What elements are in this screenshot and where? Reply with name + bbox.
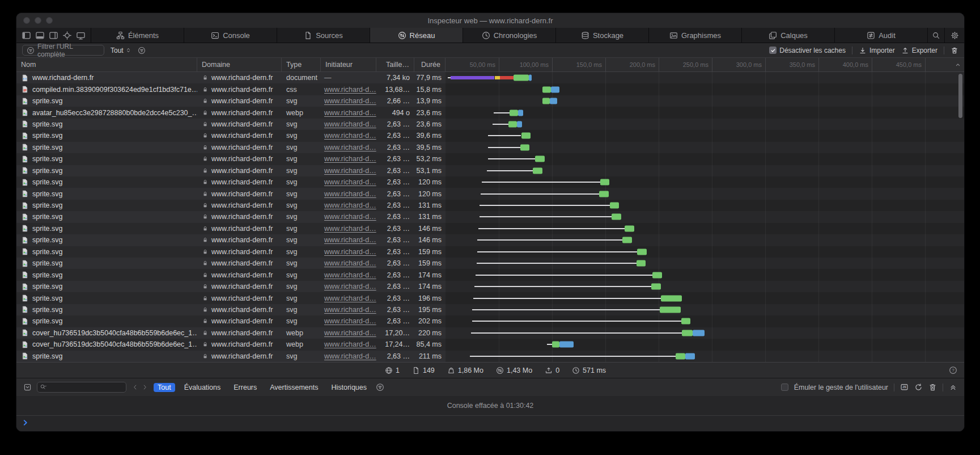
tab-reseau[interactable]: Réseau (370, 28, 463, 43)
network-request-row[interactable]: sprite.svgwww.richard-dern.frsvgwww.rich… (16, 176, 964, 188)
scroll-up-chevron-icon[interactable] (954, 61, 962, 69)
request-initiator-link[interactable]: www.richard-d… (324, 225, 376, 233)
network-request-row[interactable]: sprite.svgwww.richard-dern.frsvgwww.rich… (16, 258, 964, 269)
network-request-row[interactable]: sprite.svgwww.richard-dern.frsvgwww.rich… (16, 234, 964, 246)
dock-left-button[interactable] (22, 31, 31, 40)
network-request-row[interactable]: sprite.svgwww.richard-dern.frsvgwww.rich… (16, 269, 964, 280)
network-request-row[interactable]: sprite.svgwww.richard-dern.frsvgwww.rich… (16, 211, 964, 222)
other-filters-button[interactable] (138, 47, 146, 54)
network-request-row[interactable]: sprite.svgwww.richard-dern.frsvgwww.rich… (16, 304, 964, 315)
console-scope-evaluations[interactable]: Évaluations (180, 383, 225, 392)
request-initiator-link[interactable]: www.richard-d… (324, 144, 376, 151)
request-initiator-link[interactable]: www.richard-d… (324, 236, 376, 244)
zoom-window-button[interactable] (46, 17, 53, 24)
network-request-row[interactable]: www.richard-dern.frwww.richard-dern.frdo… (16, 72, 964, 83)
emulate-gesture-checkbox[interactable] (781, 384, 788, 391)
request-initiator-link[interactable]: www.richard-d… (324, 213, 376, 221)
request-initiator-link[interactable]: www.richard-d… (324, 109, 376, 117)
help-button[interactable]: ? (949, 366, 957, 374)
reload-icon[interactable] (914, 383, 923, 391)
network-request-row[interactable]: sprite.svgwww.richard-dern.frsvgwww.rich… (16, 188, 964, 199)
tab-audit[interactable]: Audit (835, 28, 928, 43)
request-initiator-link[interactable]: www.richard-d… (324, 167, 376, 175)
settings-button[interactable] (945, 28, 964, 43)
expand-console-icon[interactable] (949, 383, 957, 391)
request-initiator-link[interactable]: www.richard-d… (324, 259, 376, 267)
request-initiator-link[interactable]: www.richard-d… (324, 178, 376, 186)
export-button[interactable]: Exporter (901, 47, 937, 54)
dock-bottom-button[interactable] (35, 31, 45, 40)
tab-calques[interactable]: Calques (742, 28, 835, 43)
column-header-dure[interactable]: Durée (414, 58, 446, 71)
tab-sources[interactable]: Sources (277, 28, 370, 43)
tab-stockage[interactable]: Stockage (556, 28, 649, 43)
request-initiator-link[interactable]: www.richard-d… (324, 306, 376, 314)
request-initiator-link[interactable]: www.richard-d… (324, 201, 376, 209)
request-initiator-link[interactable]: www.richard-d… (324, 340, 376, 348)
network-request-row[interactable]: sprite.svgwww.richard-dern.frsvgwww.rich… (16, 165, 964, 176)
close-window-button[interactable] (23, 17, 30, 24)
column-header-type[interactable]: Type (282, 58, 321, 71)
network-request-row[interactable]: sprite.svgwww.richard-dern.frsvgwww.rich… (16, 315, 964, 327)
request-initiator-link[interactable]: www.richard-d… (324, 155, 376, 163)
network-request-row[interactable]: sprite.svgwww.richard-dern.frsvgwww.rich… (16, 351, 964, 362)
network-request-row[interactable]: cover_hu736519dc3b5040cfa48b6b559b6de6ec… (16, 339, 964, 350)
request-initiator-link[interactable]: www.richard-d… (324, 271, 376, 279)
import-button[interactable]: Importer (859, 47, 895, 54)
tab-graphismes[interactable]: Graphismes (649, 28, 742, 43)
network-request-row[interactable]: compiled.min.38390909f303624ed9e1cf1bd3f… (16, 83, 964, 95)
tab-elements[interactable]: Éléments (91, 28, 184, 43)
network-request-row[interactable]: sprite.svgwww.richard-dern.frsvgwww.rich… (16, 246, 964, 258)
network-request-row[interactable]: sprite.svgwww.richard-dern.frsvgwww.rich… (16, 223, 964, 234)
request-initiator-link[interactable]: www.richard-d… (324, 329, 376, 337)
dock-right-button[interactable] (49, 31, 58, 40)
clear-network-items-button[interactable] (951, 47, 958, 54)
request-initiator-link[interactable]: www.richard-d… (324, 352, 376, 360)
network-request-row[interactable]: sprite.svgwww.richard-dern.frsvgwww.rich… (16, 153, 964, 165)
minimize-window-button[interactable] (35, 17, 41, 24)
console-mode-button[interactable] (23, 383, 32, 391)
request-initiator-link[interactable]: www.richard-d… (324, 132, 376, 140)
column-header-domaine[interactable]: Domaine (197, 58, 282, 71)
console-scope-erreurs[interactable]: Erreurs (230, 383, 261, 392)
search-tab-button[interactable] (928, 28, 945, 43)
element-picker-button[interactable] (62, 31, 72, 40)
chevron-left-icon[interactable] (131, 384, 139, 391)
console-search-input[interactable] (37, 382, 126, 393)
scrollbar-thumb[interactable] (958, 74, 962, 118)
console-scope-avertissements[interactable]: Avertissements (266, 383, 322, 392)
network-request-row[interactable]: sprite.svgwww.richard-dern.frsvgwww.rich… (16, 142, 964, 153)
request-initiator-link[interactable]: www.richard-d… (324, 248, 376, 256)
column-header-taille[interactable]: Taille… (376, 58, 414, 71)
tab-chronologies[interactable]: Chronologies (463, 28, 556, 43)
request-initiator-link[interactable]: www.richard-d… (324, 190, 376, 198)
javascript-bubble-icon[interactable]: JS (900, 383, 909, 391)
request-initiator-link[interactable]: www.richard-d… (324, 283, 376, 290)
titlebar[interactable]: Inspecteur web — www.richard-dern.fr (16, 13, 964, 28)
network-request-row[interactable]: sprite.svgwww.richard-dern.frsvgwww.rich… (16, 95, 964, 107)
network-request-row[interactable]: sprite.svgwww.richard-dern.frsvgwww.rich… (16, 119, 964, 130)
network-request-row[interactable]: cover_hu736519dc3b5040cfa48b6b559b6de6ec… (16, 327, 964, 339)
clear-console-button[interactable] (928, 383, 937, 391)
network-request-row[interactable]: sprite.svgwww.richard-dern.frsvgwww.rich… (16, 281, 964, 292)
request-initiator-link[interactable]: www.richard-d… (324, 317, 376, 325)
chevron-right-icon[interactable] (141, 384, 149, 391)
console-scope-historiques[interactable]: Historiques (327, 383, 371, 392)
disable-caches-checkbox[interactable]: Désactiver les caches (769, 47, 846, 54)
request-initiator-link[interactable]: www.richard-d… (324, 86, 376, 94)
column-header-initiateur[interactable]: Initiateur (321, 58, 376, 71)
console-filter-button[interactable] (376, 383, 384, 391)
network-request-row[interactable]: sprite.svgwww.richard-dern.frsvgwww.rich… (16, 200, 964, 211)
network-request-row[interactable]: sprite.svgwww.richard-dern.frsvgwww.rich… (16, 130, 964, 141)
request-initiator-link[interactable]: www.richard-d… (324, 294, 376, 302)
network-request-row[interactable]: avatar_hu85ecc3e298728880b0bde2dcc4e5c23… (16, 107, 964, 118)
network-request-row[interactable]: sprite.svgwww.richard-dern.frsvgwww.rich… (16, 292, 964, 304)
request-initiator-link[interactable]: www.richard-d… (324, 97, 376, 105)
request-initiator-link[interactable]: www.richard-d… (324, 120, 376, 128)
column-header-nom[interactable]: Nom (16, 58, 197, 71)
device-button[interactable] (76, 31, 86, 40)
tab-console[interactable]: Console (184, 28, 277, 43)
url-filter-input[interactable]: Filtrer l'URL complète (22, 45, 104, 56)
console-prompt[interactable] (16, 416, 964, 431)
console-scope-tout[interactable]: Tout (154, 383, 175, 392)
